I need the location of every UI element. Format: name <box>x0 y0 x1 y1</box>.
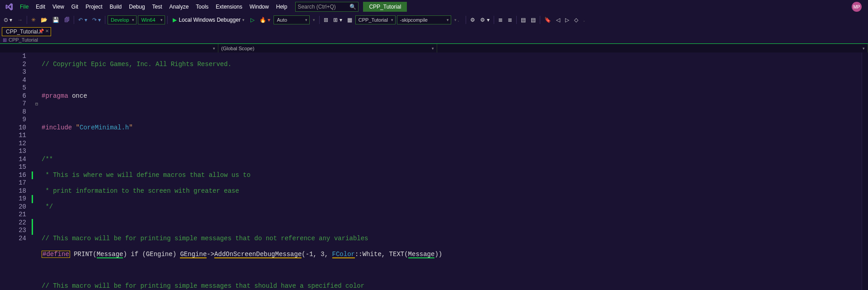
vs-logo-icon <box>5 2 14 11</box>
bookmark-clear-icon[interactable]: ◇ <box>572 16 580 24</box>
target-dropdown[interactable]: CPP_Tutorial <box>355 15 396 24</box>
menu-window[interactable]: Window <box>246 1 273 13</box>
file-tab-label: CPP_Tutorial.h <box>6 29 42 35</box>
open-icon[interactable]: 📂 <box>39 16 49 24</box>
file-tab-active[interactable]: CPP_Tutorial.h 📌 ✕ <box>2 27 51 36</box>
play-icon: ▶ <box>173 17 177 23</box>
search-placeholder: Search (Ctrl+Q) <box>297 4 335 10</box>
nav-back-button[interactable]: ⊙ ▾ <box>2 16 14 24</box>
config-dropdown[interactable]: Develop <box>108 15 137 24</box>
fold-strip: ⊟ <box>35 52 42 290</box>
menu-bar: File Edit View Git Project Build Debug T… <box>0 0 868 14</box>
menu-test[interactable]: Test <box>149 1 166 13</box>
redo-icon[interactable]: ↷ ▾ <box>90 16 103 24</box>
scope-global[interactable]: (Global Scope) <box>218 44 437 52</box>
menu-extensions[interactable]: Extensions <box>212 1 246 13</box>
menu-view[interactable]: View <box>49 1 68 13</box>
outdent-icon[interactable]: ≣ <box>506 16 514 24</box>
menu-debug[interactable]: Debug <box>125 1 148 13</box>
hot-reload-icon[interactable]: 🔥 ▾ <box>258 16 272 24</box>
change-indicator-strip <box>32 52 35 290</box>
code-content[interactable]: // Copyright Epic Games, Inc. All Rights… <box>42 52 862 290</box>
scope-member[interactable] <box>437 44 868 52</box>
indent-icon[interactable]: ≣ <box>496 16 505 24</box>
menu-project[interactable]: Project <box>82 1 106 13</box>
new-item-icon[interactable]: ✳ <box>29 16 38 24</box>
avatar[interactable]: MP <box>852 2 862 12</box>
vertical-scrollbar[interactable] <box>862 52 868 290</box>
gear-icon[interactable]: ⚙ <box>468 16 477 24</box>
tool-icon-4[interactable]: ⚙ ▾ <box>478 16 491 24</box>
project-icon: ⊞ <box>3 37 7 43</box>
debug-label: Local Windows Debugger <box>179 17 241 23</box>
code-editor[interactable]: 1 2 3 4 5 6 7 8 9 10 11 12 13 14 15 16 1… <box>0 52 868 290</box>
scope-project[interactable] <box>0 44 218 52</box>
menu-build[interactable]: Build <box>106 1 126 13</box>
menu-edit[interactable]: Edit <box>32 1 49 13</box>
menu-git[interactable]: Git <box>68 1 82 13</box>
search-input[interactable]: Search (Ctrl+Q) 🔍 <box>295 2 359 12</box>
project-context-label: CPP_Tutorial <box>9 37 38 43</box>
pin-icon[interactable]: 📌 ✕ <box>38 29 49 33</box>
undo-icon[interactable]: ↶ ▾ <box>76 16 89 24</box>
args-dropdown[interactable]: -skipcompile <box>397 15 451 24</box>
menu-tools[interactable]: Tools <box>192 1 212 13</box>
menu-help[interactable]: Help <box>273 1 291 13</box>
toolbar: ⊙ ▾ → ✳ 📂 💾 🗐 ↶ ▾ ↷ ▾ Develop Win64 ▶ Lo… <box>0 14 868 26</box>
debug-start-button[interactable]: ▶ Local Windows Debugger ▾ <box>170 16 247 24</box>
fold-icon[interactable]: ⊟ <box>35 100 38 109</box>
tool-icon-3[interactable]: ▦ <box>345 16 354 24</box>
tool-icon-2[interactable]: ⊞ ▾ <box>331 16 344 24</box>
search-icon: 🔍 <box>349 4 356 10</box>
tool-icon-1[interactable]: ⊞ <box>322 16 330 24</box>
line-number-gutter: 1 2 3 4 5 6 7 8 9 10 11 12 13 14 15 16 1… <box>0 52 32 290</box>
menu-file[interactable]: File <box>16 1 32 13</box>
bookmark-prev-icon[interactable]: ◁ <box>554 16 562 24</box>
bookmark-icon[interactable]: 🔖 <box>542 16 553 24</box>
save-all-icon[interactable]: 🗐 <box>62 16 71 24</box>
bookmark-next-icon[interactable]: ▷ <box>563 16 571 24</box>
uncomment-icon[interactable]: ▤ <box>529 16 538 24</box>
menu-analyze[interactable]: Analyze <box>166 1 193 13</box>
project-badge[interactable]: CPP_Tutorial <box>363 2 407 12</box>
build-mode-dropdown[interactable]: Auto <box>274 15 310 24</box>
project-context-bar: ⊞ CPP_Tutorial <box>0 36 868 43</box>
start-without-debug-icon[interactable]: ▷ <box>249 16 256 24</box>
nav-forward-button[interactable]: → <box>15 16 24 24</box>
tab-strip: CPP_Tutorial.h 📌 ✕ <box>0 26 868 36</box>
scope-bar: (Global Scope) <box>0 43 868 52</box>
comment-icon[interactable]: ▤ <box>519 16 528 24</box>
platform-dropdown[interactable]: Win64 <box>138 15 165 24</box>
save-icon[interactable]: 💾 <box>51 16 61 24</box>
